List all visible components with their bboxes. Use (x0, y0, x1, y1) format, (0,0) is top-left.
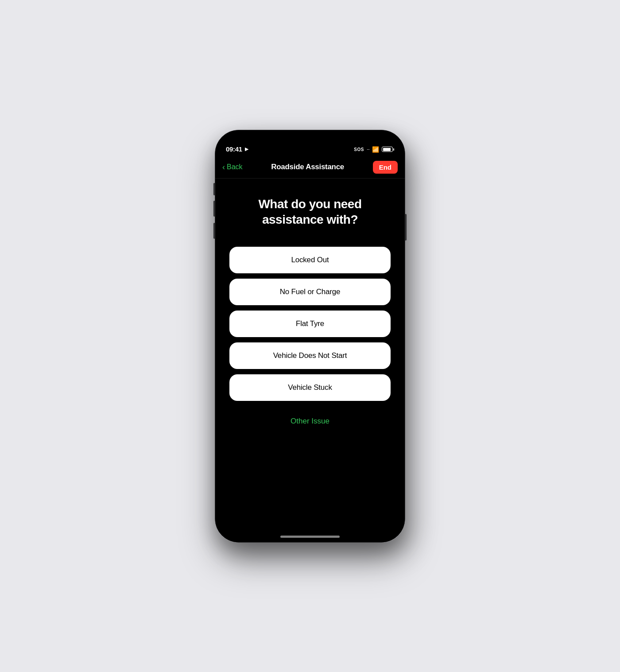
signal-icon: ···· (367, 147, 369, 151)
status-right: SOS ···· 📶 (354, 146, 394, 153)
phone-frame: 09:41 ▶ SOS ···· 📶 (215, 130, 405, 543)
back-button[interactable]: ‹ Back (222, 163, 243, 172)
home-indicator (280, 536, 340, 538)
status-time: 09:41 (226, 145, 242, 153)
option-vehicle-stuck[interactable]: Vehicle Stuck (229, 374, 391, 401)
location-arrow-icon: ▶ (245, 146, 248, 152)
other-issue-button[interactable]: Other Issue (291, 417, 329, 426)
options-list: Locked Out No Fuel or Charge Flat Tyre V… (229, 247, 391, 401)
nav-bar: ‹ Back Roadside Assistance End (215, 156, 405, 179)
main-content: What do you need assistance with? Locked… (215, 179, 405, 542)
option-locked-out[interactable]: Locked Out (229, 247, 391, 273)
option-no-fuel[interactable]: No Fuel or Charge (229, 279, 391, 305)
sos-label: SOS (354, 147, 364, 152)
dynamic-island (282, 136, 338, 151)
end-button[interactable]: End (373, 161, 398, 174)
nav-title: Roadside Assistance (271, 163, 344, 171)
main-question: What do you need assistance with? (229, 196, 391, 227)
battery-icon (382, 147, 394, 152)
chevron-left-icon: ‹ (222, 163, 225, 172)
back-label: Back (227, 163, 243, 171)
wifi-icon: 📶 (372, 146, 379, 153)
option-flat-tyre[interactable]: Flat Tyre (229, 311, 391, 337)
option-vehicle-not-start[interactable]: Vehicle Does Not Start (229, 342, 391, 369)
phone-device: 09:41 ▶ SOS ···· 📶 (215, 130, 405, 543)
phone-screen: 09:41 ▶ SOS ···· 📶 (215, 130, 405, 542)
